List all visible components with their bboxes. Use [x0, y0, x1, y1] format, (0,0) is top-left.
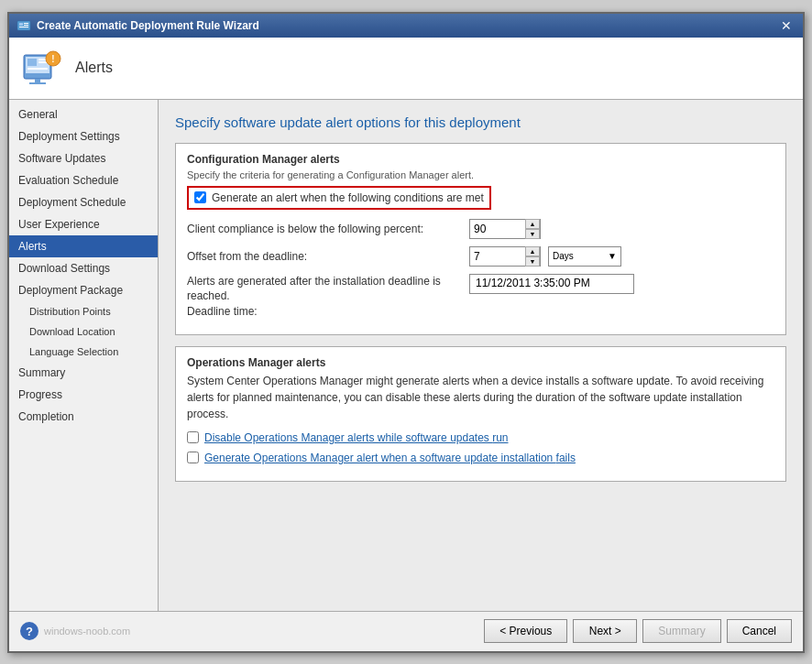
header-icon-box: ! — [20, 46, 64, 90]
ops-alerts-title: Operations Manager alerts — [187, 356, 774, 369]
svg-rect-2 — [24, 23, 28, 24]
sidebar-item-distribution-points[interactable]: Distribution Points — [9, 301, 158, 321]
title-bar: Create Automatic Deployment Rule Wizard … — [9, 14, 803, 38]
main-window: Create Automatic Deployment Rule Wizard … — [7, 12, 805, 653]
footer-right: < Previous Next > Summary Cancel — [484, 619, 792, 643]
svg-rect-11 — [35, 79, 40, 82]
help-button[interactable]: ? — [20, 622, 38, 640]
sidebar-item-deployment-schedule[interactable]: Deployment Schedule — [9, 191, 158, 213]
ops-generate-label: Generate Operations Manager alert when a… — [204, 452, 576, 464]
config-alerts-title: Configuration Manager alerts — [187, 153, 774, 166]
offset-input[interactable] — [470, 247, 525, 266]
sidebar: General Deployment Settings Software Upd… — [9, 100, 159, 611]
ops-alerts-section: Operations Manager alerts System Center … — [175, 346, 786, 482]
header-title: Alerts — [75, 60, 113, 76]
config-alerts-subtitle: Specify the criteria for generating a Co… — [187, 169, 774, 180]
svg-rect-3 — [24, 25, 28, 26]
footer-area: ? windows-noob.com < Previous Next > Sum… — [9, 611, 803, 651]
sidebar-item-download-location[interactable]: Download Location — [9, 321, 158, 342]
alerts-header-icon: ! — [20, 46, 64, 90]
compliance-spin-up[interactable]: ▲ — [525, 219, 540, 229]
config-alerts-section: Configuration Manager alerts Specify the… — [175, 143, 786, 335]
window-title: Create Automatic Deployment Rule Wizard — [37, 19, 259, 32]
compliance-spinbox[interactable]: ▲ ▼ — [469, 219, 541, 239]
sidebar-item-language-selection[interactable]: Language Selection — [9, 342, 158, 362]
compliance-input[interactable] — [470, 220, 525, 238]
ops-disable-checkbox[interactable] — [187, 431, 199, 443]
offset-unit-select[interactable]: Days ▼ — [548, 246, 621, 267]
offset-row: Offset from the deadline: ▲ ▼ Days ▼ — [187, 246, 774, 267]
offset-spin-down[interactable]: ▼ — [525, 256, 540, 267]
svg-rect-12 — [29, 82, 46, 84]
footer-left: ? windows-noob.com — [20, 622, 130, 640]
offset-spin-up[interactable]: ▲ — [525, 246, 540, 256]
ops-disable-row: Disable Operations Manager alerts while … — [187, 431, 774, 444]
deadline-time-input[interactable]: 11/12/2011 3:35:00 PM — [469, 274, 634, 294]
prev-button[interactable]: < Previous — [484, 619, 567, 643]
sidebar-item-evaluation-schedule[interactable]: Evaluation Schedule — [9, 169, 158, 191]
compliance-spinbox-buttons: ▲ ▼ — [525, 219, 540, 239]
ops-disable-label: Disable Operations Manager alerts while … — [204, 431, 509, 444]
deadline-row: Alerts are generated after the installat… — [187, 274, 774, 320]
svg-rect-10 — [27, 68, 48, 70]
sidebar-item-progress[interactable]: Progress — [9, 384, 158, 406]
next-button[interactable]: Next > — [573, 619, 637, 643]
generate-alert-label: Generate an alert when the following con… — [212, 191, 484, 204]
sidebar-item-deployment-package[interactable]: Deployment Package — [9, 279, 158, 301]
generate-alert-highlight: Generate an alert when the following con… — [187, 186, 491, 210]
watermark: windows-noob.com — [44, 626, 130, 637]
svg-rect-1 — [19, 23, 23, 26]
sidebar-item-summary[interactable]: Summary — [9, 362, 158, 384]
ops-generate-checkbox[interactable] — [187, 452, 199, 463]
offset-unit-chevron: ▼ — [608, 251, 617, 261]
close-button[interactable]: ✕ — [777, 18, 796, 33]
svg-text:!: ! — [51, 54, 54, 64]
content-area: General Deployment Settings Software Upd… — [9, 100, 803, 611]
sidebar-item-user-experience[interactable]: User Experience — [9, 213, 158, 235]
deadline-label: Alerts are generated after the installat… — [187, 274, 462, 320]
sidebar-item-download-settings[interactable]: Download Settings — [9, 257, 158, 279]
sidebar-item-general[interactable]: General — [9, 103, 158, 125]
generate-alert-checkbox[interactable] — [194, 191, 206, 203]
sidebar-item-completion[interactable]: Completion — [9, 406, 158, 428]
title-bar-left: Create Automatic Deployment Rule Wizard — [16, 18, 259, 33]
page-title: Specify software update alert options fo… — [175, 114, 786, 130]
compliance-row: Client compliance is below the following… — [187, 219, 774, 239]
svg-rect-4 — [19, 27, 28, 27]
summary-button[interactable]: Summary — [642, 619, 720, 643]
ops-generate-row: Generate Operations Manager alert when a… — [187, 452, 774, 464]
cancel-button[interactable]: Cancel — [727, 619, 792, 643]
compliance-spin-down[interactable]: ▼ — [525, 229, 540, 239]
offset-spinbox[interactable]: ▲ ▼ — [469, 246, 541, 267]
offset-label: Offset from the deadline: — [187, 250, 462, 263]
svg-rect-7 — [27, 59, 37, 66]
header-area: ! Alerts — [9, 38, 803, 100]
offset-spinbox-buttons: ▲ ▼ — [525, 246, 540, 267]
offset-unit-value: Days — [553, 251, 574, 261]
ops-alerts-description: System Center Operations Manager might g… — [187, 373, 774, 422]
wizard-icon — [16, 18, 31, 33]
sidebar-item-software-updates[interactable]: Software Updates — [9, 147, 158, 169]
main-content-panel: Specify software update alert options fo… — [159, 100, 803, 611]
sidebar-item-alerts[interactable]: Alerts — [9, 235, 158, 257]
compliance-label: Client compliance is below the following… — [187, 223, 462, 235]
sidebar-item-deployment-settings[interactable]: Deployment Settings — [9, 125, 158, 147]
